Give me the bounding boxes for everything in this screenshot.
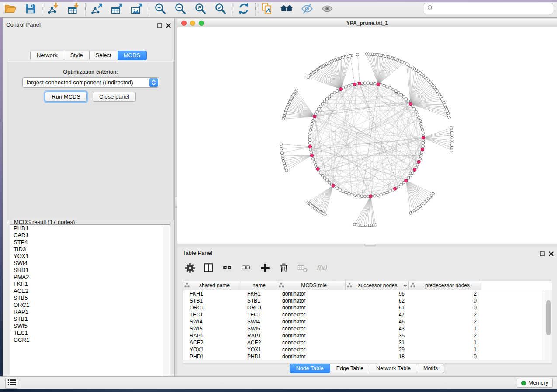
- column-header-successor-nodes[interactable]: successor nodes: [346, 281, 409, 290]
- cell: 43: [346, 325, 409, 332]
- zoom-out-button[interactable]: [172, 3, 189, 17]
- table-row[interactable]: RAP1RAP1dominator352: [183, 332, 552, 339]
- import-table-button[interactable]: [65, 3, 83, 17]
- hide-selected-button[interactable]: [298, 3, 316, 17]
- table-export-icon: [111, 2, 124, 17]
- dropdown-stepper-icon: [149, 78, 158, 87]
- add-column-button[interactable]: [259, 262, 272, 275]
- tab-motifs[interactable]: Motifs: [417, 364, 444, 373]
- open-file-button[interactable]: [2, 3, 19, 17]
- column-header-name[interactable]: name: [241, 281, 277, 290]
- result-node[interactable]: TID3: [10, 246, 170, 253]
- result-node[interactable]: SWI4: [10, 260, 170, 267]
- criterion-dropdown[interactable]: largest connected component (undirected): [22, 77, 159, 88]
- result-node[interactable]: GCR1: [10, 337, 170, 344]
- maximize-window-icon[interactable]: [199, 21, 204, 26]
- export-network-button[interactable]: [88, 3, 106, 17]
- float-panel-icon[interactable]: [157, 22, 162, 30]
- zoom-fit-button[interactable]: [192, 3, 209, 17]
- export-table-button[interactable]: [108, 3, 126, 17]
- magnifier-fit-icon: [194, 2, 207, 17]
- close-panel-icon[interactable]: [166, 22, 171, 30]
- tab-style[interactable]: Style: [64, 51, 90, 60]
- table-horizontal-scrollbar[interactable]: [183, 360, 552, 364]
- delete-column-button[interactable]: [277, 262, 291, 275]
- tab-network-table[interactable]: Network Table: [370, 364, 417, 373]
- result-node[interactable]: PHD1: [10, 225, 170, 232]
- run-mcds-button[interactable]: Run MCDS: [45, 92, 87, 102]
- column-label: name: [242, 282, 276, 289]
- result-node[interactable]: FKH1: [10, 281, 170, 288]
- result-node[interactable]: SRD1: [10, 267, 170, 274]
- network-canvas[interactable]: [177, 27, 557, 244]
- zoom-selected-button[interactable]: [212, 3, 229, 17]
- horizontal-splitter-handle[interactable]: [364, 244, 376, 246]
- table-row[interactable]: SWI5SWI5connector431: [183, 325, 552, 332]
- network-graph[interactable]: [177, 27, 557, 244]
- tab-mcds[interactable]: MCDS: [118, 51, 147, 60]
- close-panel-button[interactable]: Close panel: [93, 92, 136, 102]
- column-header-predecessor-nodes[interactable]: predecessor nodes: [409, 281, 481, 290]
- tab-edge-table[interactable]: Edge Table: [330, 364, 370, 373]
- table-row[interactable]: TEC1TEC1connector472: [183, 311, 552, 318]
- minimize-window-icon[interactable]: [190, 21, 195, 26]
- close-window-icon[interactable]: [181, 21, 187, 26]
- result-node[interactable]: STB1: [10, 316, 170, 323]
- result-node[interactable]: SWI5: [10, 323, 170, 330]
- column-header-MCDS-role[interactable]: MCDS role: [277, 281, 346, 290]
- column-header-shared-name[interactable]: shared name: [183, 281, 241, 290]
- export-image-button[interactable]: [128, 3, 146, 17]
- network-window-titlebar: YPA_prune.txt_1: [177, 19, 557, 28]
- result-node[interactable]: STP4: [10, 239, 170, 246]
- table-settings-button[interactable]: [183, 262, 197, 275]
- cell: 0: [409, 304, 481, 311]
- cell: connector: [277, 311, 346, 318]
- result-node[interactable]: PMA2: [10, 274, 170, 281]
- result-node[interactable]: RAP1: [10, 309, 170, 316]
- close-table-panel-icon[interactable]: [549, 250, 554, 258]
- node-table-body: FKH1FKH1dominator962STB1STB1dominator620…: [183, 290, 552, 360]
- table-row[interactable]: FKH1FKH1dominator962: [183, 290, 552, 297]
- cell: connector: [277, 346, 346, 353]
- result-node[interactable]: STB5: [10, 295, 170, 302]
- task-history-button[interactable]: [5, 378, 18, 389]
- control-panel: Control Panel NetworkStyleSelectMCDS Opt…: [3, 18, 175, 376]
- column-visibility-button[interactable]: [202, 262, 215, 275]
- cell: 46: [346, 318, 409, 325]
- result-node[interactable]: ACE2: [10, 288, 170, 295]
- cell: ACE2: [183, 339, 241, 346]
- cell: dominator: [277, 290, 346, 297]
- folder-open-icon: [4, 2, 17, 17]
- cell: 47: [346, 311, 409, 318]
- tab-select[interactable]: Select: [90, 51, 118, 60]
- table-vertical-scrollbar[interactable]: [545, 290, 552, 360]
- float-table-panel-icon[interactable]: [540, 250, 545, 258]
- table-row[interactable]: PHD1PHD1dominator180: [183, 353, 552, 360]
- table-scroll-thumb[interactable]: [546, 300, 551, 335]
- select-all-rows-button[interactable]: [221, 262, 234, 275]
- table-row[interactable]: YOX1YOX1connector291: [183, 346, 552, 353]
- result-node[interactable]: TEC1: [10, 330, 170, 337]
- import-network-button[interactable]: [45, 3, 62, 17]
- deselect-all-rows-button[interactable]: [240, 262, 253, 275]
- refresh-layout-button[interactable]: [235, 3, 253, 17]
- toolbar-separator: [149, 3, 149, 16]
- desktop-wallpaper-bottom: [0, 389, 557, 392]
- tab-node-table[interactable]: Node Table: [290, 364, 330, 373]
- table-row[interactable]: ACE2ACE2connector311: [183, 339, 552, 346]
- result-list-scrollbar[interactable]: [163, 225, 170, 383]
- duplicate-network-button[interactable]: [258, 3, 276, 17]
- result-node[interactable]: CAR1: [10, 232, 170, 239]
- neighbors-button[interactable]: [278, 3, 296, 17]
- save-session-button[interactable]: [22, 3, 39, 17]
- table-row[interactable]: ORC1ORC1dominator610: [183, 304, 552, 311]
- search-input[interactable]: [436, 4, 553, 14]
- cell: RAP1: [183, 332, 241, 339]
- table-row[interactable]: SWI4SWI4dominator462: [183, 318, 552, 325]
- memory-button[interactable]: Memory: [517, 378, 553, 388]
- table-row[interactable]: STB1STB1dominator620: [183, 297, 552, 304]
- result-node[interactable]: YOX1: [10, 253, 170, 260]
- tab-network[interactable]: Network: [30, 51, 64, 60]
- zoom-in-button[interactable]: [152, 3, 169, 17]
- result-node[interactable]: ORC1: [10, 302, 170, 309]
